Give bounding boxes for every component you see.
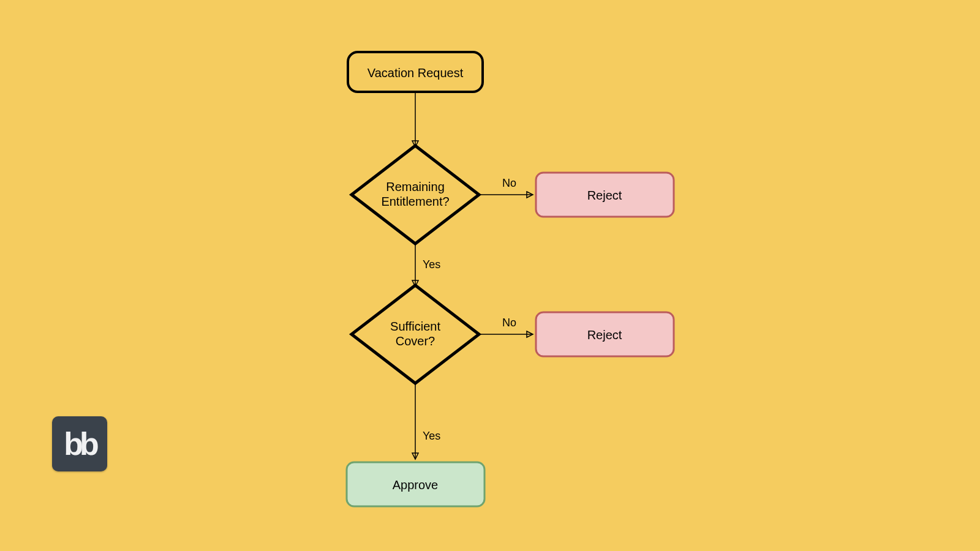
edge-dec2-approve-label: Yes (423, 430, 440, 442)
node-reject2: Reject (536, 312, 674, 356)
node-approve-label: Approve (393, 478, 439, 492)
node-dec2-label-line1: Sufficient (390, 320, 440, 333)
node-start-label: Vacation Request (368, 66, 464, 80)
edge-dec2-reject2-label: No (502, 317, 516, 329)
brand-logo-text: bb (64, 428, 96, 460)
node-dec1-label-line1: Remaining (386, 180, 445, 193)
node-reject1: Reject (536, 173, 674, 217)
brand-logo: bb (52, 416, 107, 471)
node-dec1-label-line2: Entitlement? (381, 195, 449, 208)
node-reject2-label: Reject (587, 328, 622, 342)
edge-dec2-approve: Yes (415, 383, 440, 459)
node-start: Vacation Request (348, 52, 483, 92)
edge-dec1-reject1: No (479, 177, 533, 195)
node-reject1-label: Reject (587, 189, 622, 202)
node-dec1: Remaining Entitlement? (352, 146, 479, 244)
edge-dec1-dec2: Yes (415, 244, 440, 287)
node-approve: Approve (347, 462, 484, 506)
edge-dec2-reject2: No (479, 317, 533, 334)
node-dec2-label-line2: Cover? (396, 334, 435, 348)
edge-dec1-dec2-label: Yes (423, 258, 440, 271)
node-dec2: Sufficient Cover? (352, 285, 479, 383)
edge-dec1-reject1-label: No (502, 177, 516, 189)
